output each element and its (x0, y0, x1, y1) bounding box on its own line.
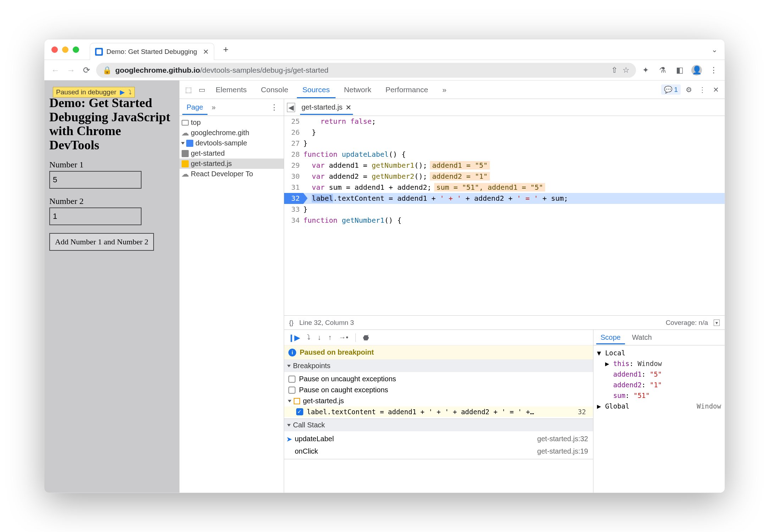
code-line[interactable]: 30 var addend2 = getNumber2();addend2 = … (284, 171, 725, 182)
code-line[interactable]: 27} (284, 138, 725, 149)
tab-network[interactable]: Network (338, 81, 377, 98)
overlay-resume-icon[interactable]: ▶ (120, 88, 125, 96)
minimize-window-button[interactable] (62, 46, 68, 53)
forward-button[interactable]: → (65, 64, 77, 76)
scope-local[interactable]: ▼ Local (597, 348, 721, 358)
pause-status: i Paused on breakpoint (284, 345, 593, 360)
tree-extension[interactable]: ☁React Developer To (179, 169, 284, 179)
step-out-button[interactable]: ↑ (328, 333, 332, 342)
toolbar: ← → ⟳ 🔒 googlechrome.github.io/devtools-… (44, 60, 725, 81)
issues-badge[interactable]: 💬 1 (661, 84, 681, 95)
editor-column: ◀ get-started.js✕ 25 return false;26 }27… (284, 99, 725, 493)
scope-tab[interactable]: Scope (596, 331, 625, 344)
browser-window: Demo: Get Started Debugging ✕ + ⌄ ← → ⟳ … (44, 39, 725, 493)
navigator-tab-overflow[interactable]: » (208, 100, 220, 115)
code-line[interactable]: 25 return false; (284, 116, 725, 127)
callstack-header[interactable]: Call Stack (284, 419, 593, 431)
overlay-step-icon[interactable]: ⤵ (128, 89, 132, 96)
bookmark-icon[interactable]: ☆ (623, 66, 630, 75)
input-number-2[interactable] (49, 207, 142, 225)
code-line[interactable]: 28function updateLabel() { (284, 149, 725, 160)
editor-tab-file[interactable]: get-started.js✕ (300, 100, 353, 115)
code-editor[interactable]: 25 return false;26 }27}28function update… (284, 116, 725, 315)
breakpoints-section: Breakpoints Pause on uncaught exceptions… (284, 360, 593, 419)
resume-button[interactable]: ❙▶ (288, 333, 300, 342)
profile-avatar[interactable]: 👤 (691, 64, 703, 76)
step-button[interactable]: →• (339, 333, 348, 342)
tree-domain[interactable]: ☁googlechrome.gith (179, 128, 284, 138)
tree-file-js[interactable]: get-started.js (179, 159, 284, 169)
code-line[interactable]: 34function getNumber1() { (284, 215, 725, 226)
scope-pane: Scope Watch ▼ Local ▶ this: Window adden… (593, 330, 725, 493)
share-icon[interactable]: ⇧ (611, 66, 618, 75)
tabs-dropdown-icon[interactable]: ⌄ (709, 43, 720, 57)
webpage-viewport: Paused in debugger ▶ ⤵ Demo: Get Started… (44, 81, 179, 493)
breakpoints-header[interactable]: Breakpoints (284, 360, 593, 372)
close-devtools-icon[interactable]: ✕ (710, 85, 721, 94)
tabs-overflow-icon[interactable]: » (437, 81, 452, 98)
new-tab-button[interactable]: + (220, 44, 232, 56)
close-window-button[interactable] (51, 46, 58, 53)
more-icon[interactable]: ⋮ (697, 85, 708, 94)
close-file-icon[interactable]: ✕ (345, 103, 352, 112)
favicon-icon (95, 48, 103, 56)
extensions-icon[interactable]: ✦ (640, 64, 652, 76)
scope-var[interactable]: sum: "51" (597, 390, 721, 401)
back-button[interactable]: ← (49, 64, 61, 76)
scope-var[interactable]: addend1: "5" (597, 369, 721, 379)
tab-sources[interactable]: Sources (297, 81, 336, 98)
tree-file-html[interactable]: get-started (179, 148, 284, 159)
breakpoint-line[interactable]: label.textContent = addend1 + ' + ' + ad… (284, 406, 593, 417)
settings-icon[interactable]: ⚙ (684, 85, 694, 94)
step-over-button[interactable]: ⤵ (307, 333, 310, 342)
callstack-frame[interactable]: onClickget-started.js:19 (284, 445, 593, 458)
watch-tab[interactable]: Watch (628, 331, 656, 344)
window-controls (51, 46, 79, 53)
pause-message: Paused on breakpoint (300, 348, 374, 356)
devtools-panel: ⬚ ▭ Elements Console Sources Network Per… (179, 81, 725, 493)
close-tab-icon[interactable]: ✕ (203, 48, 209, 56)
code-line[interactable]: 31 var sum = addend1 + addend2;sum = "51… (284, 182, 725, 193)
address-bar[interactable]: 🔒 googlechrome.github.io/devtools-sample… (96, 63, 636, 78)
breakpoint-file[interactable]: get-started.js (284, 395, 593, 406)
cursor-position: Line 32, Column 3 (299, 319, 354, 327)
sidepanel-icon[interactable]: ◧ (674, 64, 686, 76)
device-toggle-icon[interactable]: ▭ (197, 85, 207, 94)
maximize-window-button[interactable] (73, 46, 79, 53)
editor-statusbar: {} Line 32, Column 3 Coverage: n/a ▾ (284, 315, 725, 329)
tree-folder[interactable]: devtools-sample (179, 138, 284, 148)
reload-button[interactable]: ⟳ (81, 64, 93, 76)
tree-top[interactable]: top (179, 117, 284, 128)
tab-elements[interactable]: Elements (210, 81, 253, 98)
input-number-1[interactable] (49, 171, 142, 189)
inspect-icon[interactable]: ⬚ (183, 85, 194, 94)
paused-overlay-text: Paused in debugger (56, 88, 116, 96)
code-line[interactable]: 29 var addend1 = getNumber1();addend1 = … (284, 160, 725, 171)
scope-global[interactable]: ▶ GlobalWindow (597, 401, 721, 411)
add-button[interactable]: Add Number 1 and Number 2 (49, 233, 154, 251)
toggle-navigator-icon[interactable]: ◀ (287, 103, 295, 112)
format-icon[interactable]: {} (289, 319, 294, 327)
menu-icon[interactable]: ⋮ (708, 64, 720, 76)
scope-var[interactable]: addend2: "1" (597, 379, 721, 390)
pause-caught-checkbox[interactable]: Pause on caught exceptions (284, 384, 593, 395)
callstack-section: Call Stack updateLabelget-started.js:32o… (284, 419, 593, 459)
code-line[interactable]: 33} (284, 204, 725, 215)
navigator-pane: Page » ⋮ top ☁googlechrome.gith devtools… (179, 99, 284, 493)
code-line[interactable]: 32 label.textContent = addend1 + ' + ' +… (284, 193, 725, 204)
browser-tab[interactable]: Demo: Get Started Debugging ✕ (90, 43, 214, 60)
tab-performance[interactable]: Performance (380, 81, 434, 98)
scope-this[interactable]: ▶ this: Window (597, 358, 721, 369)
callstack-frame[interactable]: updateLabelget-started.js:32 (284, 433, 593, 445)
pause-uncaught-checkbox[interactable]: Pause on uncaught exceptions (284, 373, 593, 384)
file-tree: top ☁googlechrome.gith devtools-sample g… (179, 116, 284, 181)
deactivate-breakpoints-button[interactable]: ⬣̸ (363, 333, 369, 342)
labs-icon[interactable]: ⚗ (657, 64, 669, 76)
step-into-button[interactable]: ↓ (317, 333, 321, 342)
navigator-more-icon[interactable]: ⋮ (267, 101, 281, 113)
code-line[interactable]: 26 } (284, 127, 725, 138)
navigator-tab-page[interactable]: Page (182, 100, 208, 115)
url-path: /devtools-samples/debug-js/get-started (200, 66, 328, 74)
coverage-dropdown-icon[interactable]: ▾ (714, 320, 720, 326)
tab-console[interactable]: Console (255, 81, 294, 98)
